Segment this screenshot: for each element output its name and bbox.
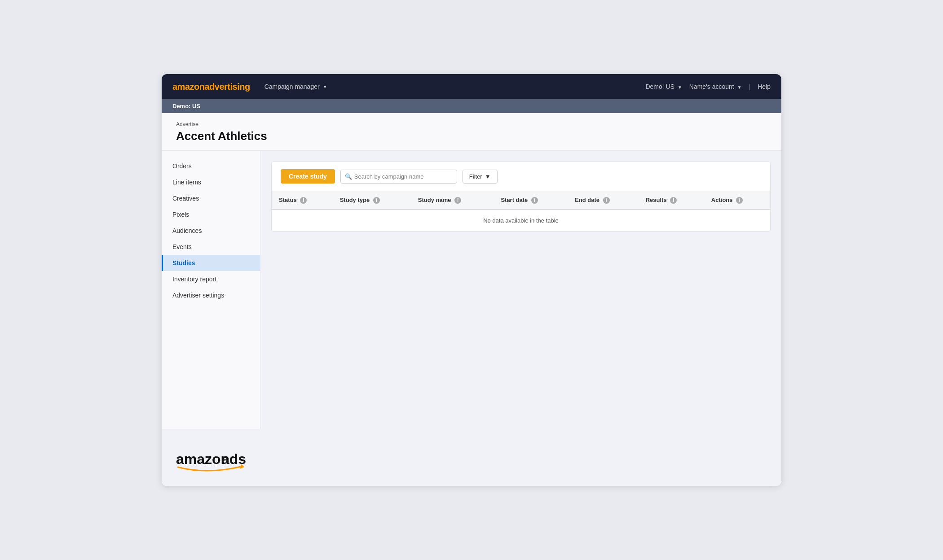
amazon-ads-svg: amazon ads (176, 447, 248, 472)
page-title: Accent Athletics (176, 129, 767, 143)
logo-amazon: amazonadvertising (172, 82, 250, 92)
sidebar-item-creatives[interactable]: Creatives (162, 190, 260, 206)
demo-us-arrow: ▼ (678, 85, 682, 90)
content-area: Create study 🔍 Filter ▼ (260, 151, 781, 429)
results-info-icon[interactable]: i (670, 197, 677, 204)
sidebar: Orders Line items Creatives Pixels Audie… (162, 151, 260, 429)
col-study-name: Study name i (411, 191, 494, 210)
col-study-type: Study type i (333, 191, 411, 210)
studies-table: Status i Study type i Study name i (272, 191, 770, 232)
nav-divider: | (749, 83, 751, 90)
demo-bar-label: Demo: US (172, 103, 200, 109)
advertise-label: Advertise (176, 121, 767, 127)
account-arrow: ▼ (737, 85, 742, 90)
toolbar: Create study 🔍 Filter ▼ (272, 162, 770, 191)
sidebar-item-line-items[interactable]: Line items (162, 174, 260, 190)
sidebar-item-audiences[interactable]: Audiences (162, 223, 260, 239)
search-icon: 🔍 (345, 173, 352, 180)
page-header: Advertise Accent Athletics (162, 113, 781, 151)
col-status: Status i (272, 191, 333, 210)
sidebar-item-studies[interactable]: Studies (162, 255, 260, 271)
search-wrapper: 🔍 (340, 170, 457, 184)
sidebar-item-inventory-report[interactable]: Inventory report (162, 271, 260, 287)
no-data-row: No data available in the table (272, 210, 770, 232)
search-input[interactable] (340, 170, 457, 184)
col-actions: Actions i (704, 191, 770, 210)
campaign-manager-arrow: ▼ (323, 84, 327, 89)
table-header-row: Status i Study type i Study name i (272, 191, 770, 210)
top-nav: amazonadvertising Campaign manager ▼ Dem… (162, 74, 781, 99)
start-date-info-icon[interactable]: i (531, 197, 538, 204)
filter-arrow-icon: ▼ (485, 173, 491, 180)
amazon-ads-logo: amazon ads (176, 447, 767, 472)
filter-label: Filter (469, 173, 482, 180)
logo-amazon-text: amazon (172, 82, 204, 92)
no-data-message: No data available in the table (272, 210, 770, 232)
campaign-manager-label: Campaign manager (264, 83, 320, 90)
end-date-info-icon[interactable]: i (603, 197, 610, 204)
col-results: Results i (639, 191, 704, 210)
create-study-button[interactable]: Create study (281, 169, 335, 184)
actions-info-icon[interactable]: i (736, 197, 743, 204)
help-nav[interactable]: Help (758, 83, 771, 90)
sidebar-item-orders[interactable]: Orders (162, 158, 260, 174)
study-type-info-icon[interactable]: i (373, 197, 380, 204)
demo-us-nav[interactable]: Demo: US ▼ (645, 83, 682, 90)
col-end-date: End date i (568, 191, 639, 210)
nav-right: Demo: US ▼ Name's account ▼ | Help (645, 83, 771, 90)
col-start-date: Start date i (494, 191, 568, 210)
status-info-icon[interactable]: i (300, 197, 307, 204)
logo-advertising-text: advertising (204, 82, 250, 92)
sidebar-item-pixels[interactable]: Pixels (162, 206, 260, 223)
table-body: No data available in the table (272, 210, 770, 232)
filter-button[interactable]: Filter ▼ (463, 170, 498, 184)
account-nav[interactable]: Name's account ▼ (689, 83, 742, 90)
footer-area: amazon ads (162, 429, 781, 486)
sidebar-item-advertiser-settings[interactable]: Advertiser settings (162, 287, 260, 303)
logo-area: amazonadvertising (172, 82, 250, 92)
sidebar-item-events[interactable]: Events (162, 239, 260, 255)
demo-bar: Demo: US (162, 99, 781, 113)
svg-text:ads: ads (221, 451, 246, 467)
main-layout: Orders Line items Creatives Pixels Audie… (162, 151, 781, 429)
study-name-info-icon[interactable]: i (454, 197, 461, 204)
content-card: Create study 🔍 Filter ▼ (271, 162, 771, 232)
table-header: Status i Study type i Study name i (272, 191, 770, 210)
campaign-manager-nav[interactable]: Campaign manager ▼ (264, 83, 327, 90)
